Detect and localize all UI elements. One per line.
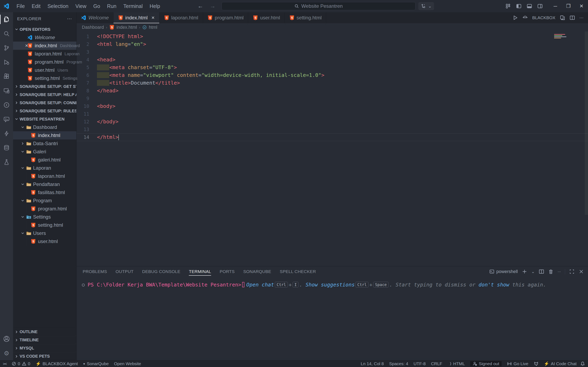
- open-editor-index[interactable]: ✕ index.html Dashboard: [13, 42, 76, 50]
- tree-folder-program[interactable]: Program: [13, 197, 76, 205]
- terminal-output[interactable]: PS C:\Folder Kerja BWA\Template\Website …: [77, 277, 588, 288]
- tree-folder-laporan[interactable]: Laporan: [13, 164, 76, 172]
- more-actions-icon[interactable]: ⋯: [579, 15, 584, 20]
- menu-help[interactable]: Help: [146, 0, 164, 12]
- tree-folder-settings[interactable]: Settings: [13, 213, 76, 221]
- tab-program-html[interactable]: program.html: [203, 12, 248, 23]
- terminal-dropdown-icon[interactable]: ⌄: [531, 269, 535, 274]
- extensions-icon[interactable]: [0, 69, 13, 83]
- terminal-more-icon[interactable]: ⋯: [558, 270, 561, 274]
- tab-welcome[interactable]: Welcome: [77, 12, 113, 23]
- open-website-button[interactable]: Open Website: [114, 361, 141, 366]
- language-mode[interactable]: HTML: [448, 361, 465, 366]
- eol-setting[interactable]: CRLF: [431, 361, 442, 366]
- section-timeline[interactable]: TIMELINE: [13, 336, 76, 344]
- sonarlint-icon[interactable]: [0, 126, 13, 141]
- tree-folder-users[interactable]: Users: [13, 229, 76, 237]
- explorer-icon[interactable]: [0, 12, 13, 26]
- sonarqube-status[interactable]: ● SonarQube: [83, 361, 109, 366]
- remote-explorer-icon[interactable]: [0, 83, 13, 98]
- source-control-icon[interactable]: [0, 41, 13, 55]
- open-editor-program[interactable]: program.html Program: [13, 58, 76, 66]
- command-center-search[interactable]: Website Pesantren: [222, 2, 415, 10]
- menu-run[interactable]: Run: [104, 0, 120, 12]
- customize-layout-icon[interactable]: [506, 3, 511, 9]
- menu-go[interactable]: Go: [90, 0, 104, 12]
- navigate-forward-button[interactable]: →: [207, 3, 219, 9]
- panel-tab-output[interactable]: OUTPUT: [116, 267, 134, 276]
- panel-tab-sonarqube[interactable]: SONARQUBE: [243, 267, 271, 276]
- remote-indicator[interactable]: ><: [3, 361, 6, 366]
- split-terminal-icon[interactable]: [539, 269, 544, 274]
- menu-view[interactable]: View: [72, 0, 90, 12]
- menu-selection[interactable]: Selection: [44, 0, 72, 12]
- restore-button[interactable]: ❐: [562, 0, 575, 12]
- tree-file-laporan[interactable]: laporan.html: [13, 172, 76, 180]
- flask-icon[interactable]: [0, 155, 13, 169]
- breadcrumb-symbol[interactable]: html: [149, 25, 157, 30]
- new-terminal-icon[interactable]: [522, 269, 527, 274]
- split-editor-icon[interactable]: [570, 15, 575, 20]
- panel-tab-ports[interactable]: PORTS: [220, 267, 234, 276]
- minimap[interactable]: [554, 33, 568, 42]
- tree-file-fasilitas[interactable]: fasilitas.html: [13, 188, 76, 197]
- tree-folder-dashboard[interactable]: Dashboard: [13, 123, 76, 131]
- toggle-secondary-sidebar-icon[interactable]: [537, 3, 543, 9]
- navigate-back-button[interactable]: ←: [194, 3, 207, 9]
- panel-tab-problems[interactable]: PROBLEMS: [83, 267, 107, 276]
- blackbox-chat-icon[interactable]: [0, 112, 13, 126]
- tab-index-html[interactable]: index.html ✕: [113, 12, 159, 23]
- tree-folder-data-santri[interactable]: Data-Santri: [13, 140, 76, 148]
- panel-tab-spell-checker[interactable]: SPELL CHECKER: [280, 267, 316, 276]
- toggle-panel-icon[interactable]: [527, 3, 532, 9]
- open-editor-setting[interactable]: setting.html Settings: [13, 74, 76, 82]
- minimize-button[interactable]: ─: [549, 0, 562, 12]
- section-sonarqube-help[interactable]: SONARQUBE SETUP: HELP AND FE...: [13, 91, 76, 99]
- panel-tab-terminal[interactable]: TERMINAL: [189, 267, 211, 276]
- section-sonarqube-connected[interactable]: SONARQUBE SETUP: CONNECTED ...: [13, 99, 76, 107]
- tree-file-galeri[interactable]: galeri.html: [13, 156, 76, 164]
- workspace-header[interactable]: WEBSITE PESANTREN: [13, 115, 76, 123]
- editor-scrollbar[interactable]: [585, 31, 588, 215]
- close-tab-icon[interactable]: ✕: [151, 15, 155, 20]
- notifications-button[interactable]: [580, 361, 585, 366]
- open-editor-laporan[interactable]: laporan.html Laporan: [13, 50, 76, 58]
- indentation-setting[interactable]: Spaces: 4: [389, 361, 408, 366]
- code-editor[interactable]: 1<!DOCTYPE html> 2<html lang="en"> 3 4<h…: [77, 31, 588, 266]
- tab-user-html[interactable]: user.html: [248, 12, 285, 23]
- accounts-icon[interactable]: [0, 332, 13, 346]
- section-mysql[interactable]: MYSQL: [13, 344, 76, 352]
- menu-file[interactable]: File: [13, 0, 28, 12]
- explorer-more-actions-icon[interactable]: ⋯: [67, 16, 72, 22]
- open-editors-header[interactable]: OPEN EDITORS: [13, 25, 76, 33]
- blackbox-agent-status[interactable]: ⚡ BLACKBOX Agent: [35, 361, 78, 366]
- search-view-icon[interactable]: [0, 26, 13, 41]
- section-vscode-pets[interactable]: VS CODE PETS: [13, 352, 76, 360]
- close-panel-icon[interactable]: [579, 269, 584, 274]
- open-editor-user[interactable]: user.html Users: [13, 66, 76, 74]
- problems-indicator[interactable]: 0 0: [12, 361, 30, 366]
- vscode-pets-button[interactable]: [534, 361, 539, 366]
- tree-folder-pendaftaran[interactable]: Pendaftaran: [13, 180, 76, 188]
- tree-folder-galeri[interactable]: Galeri: [13, 148, 76, 156]
- preview-icon[interactable]: [522, 15, 528, 20]
- menu-terminal[interactable]: Terminal: [120, 0, 146, 12]
- panel-tab-debug-console[interactable]: DEBUG CONSOLE: [142, 267, 180, 276]
- open-changes-icon[interactable]: [560, 15, 565, 20]
- section-sonarqube-get-started[interactable]: SONARQUBE SETUP: GET STARTED: [13, 82, 76, 91]
- tab-laporan-html[interactable]: laporan.html: [159, 12, 203, 23]
- tree-file-user[interactable]: user.html: [13, 237, 76, 245]
- blackbox-actions-label[interactable]: BLACKBOX: [532, 15, 555, 20]
- menu-edit[interactable]: Edit: [28, 0, 44, 12]
- breadcrumb-file[interactable]: index.html: [117, 25, 137, 30]
- settings-gear-icon[interactable]: ⚙: [0, 346, 13, 360]
- close-window-button[interactable]: ✕: [575, 0, 588, 12]
- ai-code-chat-button[interactable]: ⚡ AI Code Chat: [544, 361, 577, 366]
- thunder-client-icon[interactable]: [0, 98, 13, 112]
- close-editor-icon[interactable]: ✕: [25, 43, 28, 48]
- section-sonarqube-rules[interactable]: SONARQUBE SETUP: RULES: [13, 107, 76, 115]
- run-and-debug-icon[interactable]: [0, 55, 13, 69]
- shell-selector[interactable]: powershell: [489, 269, 518, 274]
- kill-terminal-icon[interactable]: [548, 269, 553, 274]
- section-outline[interactable]: OUTLINE: [13, 328, 76, 336]
